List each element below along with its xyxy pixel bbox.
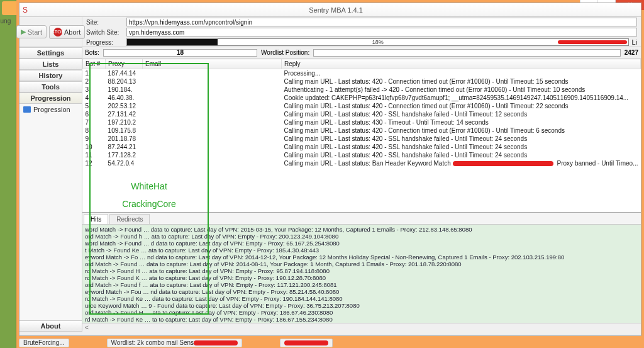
table-row[interactable]: 8109.175.8Calling main URL - Last status… — [83, 126, 641, 135]
sidebar-item-progression[interactable]: Progression — [19, 93, 82, 104]
top-panel: ▶ Start STOP Abort Site: Switch Site: Pr… — [19, 17, 641, 47]
sidebar-item-tools[interactable]: Tools — [19, 81, 82, 93]
wordlist-label: Wordlist Position: — [261, 49, 309, 56]
hits-output[interactable]: word Match -> Found … data to capture: L… — [82, 225, 641, 323]
abort-button[interactable]: STOP Abort — [49, 25, 85, 39]
horizontal-scrollbar[interactable]: < — [82, 323, 641, 332]
status-left: BruteForcing... — [19, 339, 69, 347]
progress-label: Progress: — [86, 39, 124, 46]
hit-line: urce Keyword Match … 9 - Found data to c… — [85, 302, 638, 309]
play-icon: ▶ — [21, 28, 26, 36]
hit-line: rd Match -> Found Ke … data to capture: … — [85, 295, 638, 302]
sidebar-sub-label: Progression — [33, 106, 70, 113]
site-input[interactable] — [126, 18, 637, 26]
start-button[interactable]: ▶ Start — [16, 25, 47, 38]
scroll-left-icon[interactable]: < — [85, 324, 89, 331]
hit-line: eyword Match -> Fou … nd data to capture… — [85, 288, 638, 295]
list-short-label: Li — [631, 38, 637, 46]
start-label: Start — [28, 28, 42, 36]
table-row[interactable]: 1087.244.21Calling main URL - Last statu… — [83, 143, 641, 151]
status-bar: BruteForcing... Wordlist: 2k combo mail … — [16, 337, 644, 348]
bot-table-wrap: Bot # Proxy Email Reply 1187.44.14Proces… — [82, 59, 641, 212]
hit-line: rd Match -> Found Ke … ta to capture: La… — [85, 316, 638, 323]
table-row[interactable]: 9201.18.78Calling main URL - Last status… — [83, 135, 641, 143]
hit-line: ord Match -> Found … data to capture: La… — [85, 261, 638, 267]
titlebar[interactable]: S Sentry MBA 1.4.1 — [19, 3, 641, 17]
col-reply[interactable]: Reply — [281, 59, 640, 69]
redacted-right — [558, 39, 627, 45]
table-row[interactable]: 3190.184.Authenticating - 1 attempt(s) f… — [83, 86, 641, 94]
window-title: Sentry MBA 1.4.1 — [31, 6, 641, 14]
table-row[interactable]: 288.204.13Calling main URL - Last status… — [83, 77, 641, 86]
wordlist-value: 2427 — [625, 49, 638, 56]
hit-line: eyword Match -> Fo … nd data to capture:… — [85, 254, 638, 261]
bots-meter: 18 — [103, 49, 257, 57]
sidebar-item-lists[interactable]: Lists — [19, 59, 82, 70]
site-label: Site: — [86, 19, 124, 26]
stop-icon: STOP — [53, 28, 62, 36]
redacted-status-2 — [284, 340, 328, 345]
status-mid: Wordlist: 2k combo mail Sens — [107, 339, 243, 347]
hit-line: rd Match -> Found H … ata to capture: La… — [85, 267, 638, 274]
hit-line: word Match -> Found … data to capture: L… — [85, 226, 638, 233]
app-window: S Sentry MBA 1.4.1 ▶ Start STOP Abort Si… — [19, 3, 641, 336]
redacted-status — [194, 340, 238, 345]
abort-label: Abort — [64, 28, 80, 36]
hit-line: word Match -> Found … d data to capture:… — [85, 240, 638, 247]
bot-table: Bot # Proxy Email Reply 1187.44.14Proces… — [82, 59, 641, 167]
sidebar-item-about[interactable]: About — [19, 320, 82, 332]
bots-value: 18 — [177, 49, 184, 56]
progress-fill — [127, 39, 218, 45]
switch-site-input[interactable] — [126, 28, 637, 36]
progress-bar: 18% — [126, 38, 629, 46]
status-right — [280, 339, 333, 347]
hit-line: rd Match -> Found K … ata to capture: La… — [85, 274, 638, 281]
switch-site-label: Switch Site: — [86, 29, 124, 36]
hit-line: ord Match -> Found h … ata to capture: L… — [85, 233, 638, 240]
sidebar-sub-progression[interactable]: Progression — [19, 104, 82, 115]
table-row[interactable]: 5202.53.12Calling main URL - Last status… — [83, 102, 641, 110]
table-row[interactable]: 1254.72.0.4Calling main URL - Last statu… — [83, 159, 641, 167]
table-row[interactable]: 446.40.38.Cookie updated: CAKEPHP=p63r41… — [83, 94, 641, 102]
table-row[interactable]: 7197.210.2Calling main URL - Last status… — [83, 118, 641, 126]
app-icon: S — [19, 6, 31, 14]
browser-edge-text: dung — [0, 18, 11, 25]
grid-icon — [23, 106, 31, 113]
tab-redirects[interactable]: Redirects — [109, 214, 150, 224]
col-proxy[interactable]: Proxy — [106, 59, 143, 69]
hit-line: ord Match -> Found f … ata to capture: L… — [85, 281, 638, 288]
col-bot[interactable]: Bot # — [83, 59, 106, 69]
outer-stage: — ▭ ✕ S Sentry MBA 1.4.1 ▶ Start STOP Ab… — [16, 0, 644, 348]
table-row[interactable]: 1187.44.14Processing... — [83, 69, 641, 78]
table-row[interactable]: 627.131.42Calling main URL - Last status… — [83, 110, 641, 118]
sidebar-item-history[interactable]: History — [19, 70, 82, 81]
col-email[interactable]: Email — [143, 59, 282, 69]
wordlist-meter — [313, 49, 621, 57]
tab-hits[interactable]: Hits — [84, 214, 108, 224]
table-row[interactable]: 11177.128.2Calling main URL - Last statu… — [83, 151, 641, 159]
sidebar: Settings Lists History Tools Progression… — [19, 47, 82, 332]
sidebar-item-settings[interactable]: Settings — [19, 47, 82, 59]
hit-line: ord Match -> Found H … ata to capture: L… — [85, 309, 638, 316]
hit-line: t Match -> Found Ke … ata to capture: La… — [85, 247, 638, 254]
progress-text: 18% — [372, 39, 384, 45]
bots-label: Bots: — [85, 49, 99, 56]
browser-chrome-edge: dung — [0, 0, 16, 348]
